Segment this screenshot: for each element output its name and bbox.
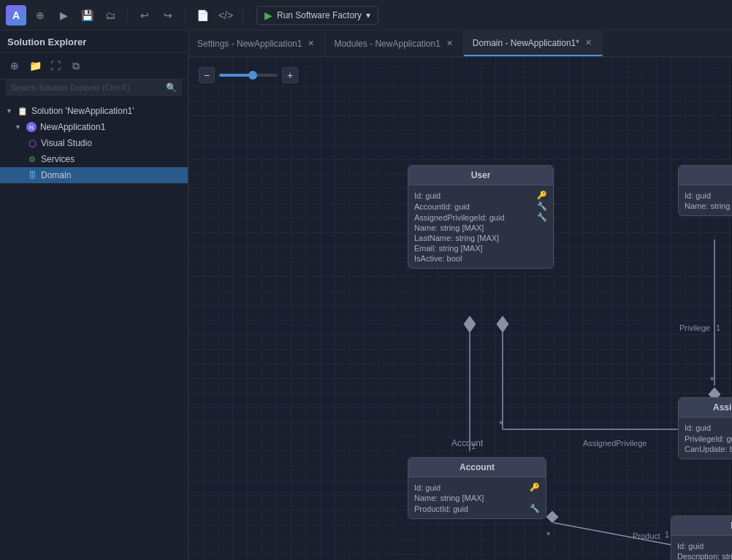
zoom-slider[interactable] — [219, 74, 278, 77]
tab-modules[interactable]: Modules - NewApplication1 ✕ — [325, 31, 463, 56]
entity-privilege-header: Privilege — [679, 166, 732, 185]
tab-domain-label: Domain - NewApplication1* — [473, 38, 579, 48]
field-acc-productid: ProductId: guid 🔧 — [414, 503, 540, 514]
field-user-id: Id: guid 🔑 — [414, 190, 547, 201]
redo-button[interactable]: ↪ — [159, 6, 178, 25]
svg-text:1: 1 — [716, 323, 720, 332]
tab-settings-close[interactable]: ✕ — [306, 37, 316, 50]
sidebar-actions: ⊕ 📁 ⛶ ⧉ — [0, 53, 188, 80]
entity-assignedprivilege-header: AssignedPrivilege — [679, 398, 732, 418]
search-input[interactable] — [11, 83, 163, 92]
entity-assignedprivilege[interactable]: AssignedPrivilege Id: guid 🔑 PrivilegeId… — [678, 397, 732, 459]
entity-account[interactable]: Account Id: guid 🔑 Name: string [MAX] Pr… — [408, 457, 546, 519]
solution-label: Solution 'NewApplication1' — [31, 106, 134, 116]
svg-text:Account: Account — [451, 438, 484, 448]
field-prod-desc: Description: string [MAX] — [677, 551, 732, 560]
svg-text:*: * — [546, 529, 551, 541]
app-icon: N — [26, 121, 37, 133]
field-ap-privilegeid: PrivilegeId: guid 🔧 — [685, 433, 732, 444]
app-logo: A — [6, 5, 26, 26]
field-prod-id: Id: guid 🔑 — [677, 540, 732, 551]
sync-button[interactable]: ⧉ — [67, 57, 85, 74]
domain-icon: 🗄 — [26, 169, 38, 181]
chevron-down-icon: ▼ — [15, 123, 21, 131]
svg-text:AssignedPrivilege: AssignedPrivilege — [583, 439, 647, 448]
field-user-email: Email: string [MAX] — [414, 243, 547, 253]
entity-privilege[interactable]: Privilege Id: guid 🔑 Name: string [MAX] — [678, 165, 732, 216]
svg-marker-16 — [546, 511, 558, 523]
svg-marker-5 — [497, 316, 508, 332]
search-button[interactable]: 🔍 — [166, 83, 177, 93]
separator-2 — [185, 7, 186, 23]
field-user-assignedprivilegeid: AssignedPrivilegeId: guid 🔧 — [414, 212, 547, 223]
open-folder-button[interactable]: 📁 — [26, 57, 44, 74]
separator-3 — [243, 7, 243, 23]
sidebar: Solution Explorer ⊕ 📁 ⛶ ⧉ 🔍 ▼ 📋 Solution… — [0, 31, 188, 560]
run-label: Run Software Factory — [277, 10, 362, 20]
entity-user-body: Id: guid 🔑 AccountId: guid 🔧 AssignedPri… — [408, 185, 553, 268]
entity-product-body: Id: guid 🔑 Description: string [MAX] IsA… — [671, 536, 732, 560]
run-icon: ▶ — [264, 9, 272, 21]
fk-icon: 🔧 — [530, 504, 540, 513]
tree-item-services[interactable]: ⚙ Services — [0, 151, 188, 167]
entity-account-body: Id: guid 🔑 Name: string [MAX] ProductId:… — [408, 477, 546, 518]
entity-user[interactable]: User Id: guid 🔑 AccountId: guid 🔧 Assign… — [408, 165, 554, 269]
tree-item-app[interactable]: ▼ N NewApplication1 — [0, 119, 188, 135]
undo-button[interactable]: ↩ — [135, 6, 154, 25]
solution-icon: 📋 — [17, 105, 28, 117]
services-label: Services — [41, 154, 75, 164]
key-icon: 🔑 — [537, 191, 547, 200]
entity-product[interactable]: Product Id: guid 🔑 Description: string [… — [671, 515, 732, 560]
search-box: 🔍 — [6, 80, 182, 96]
field-priv-id: Id: guid 🔑 — [685, 190, 732, 201]
fk-icon: 🔧 — [537, 202, 547, 211]
services-icon: ⚙ — [26, 153, 38, 165]
toolbar: A ⊕ ▶ 💾 🗂 ↩ ↪ 📄 </> ▶ Run Software Facto… — [0, 0, 732, 31]
zoom-slider-thumb — [248, 71, 257, 80]
chevron-down-icon: ▼ — [6, 107, 12, 115]
tab-settings[interactable]: Settings - NewApplication1 ✕ — [188, 31, 325, 56]
svg-text:*: * — [710, 375, 714, 386]
tab-domain-close[interactable]: ✕ — [584, 37, 593, 49]
save-all-button[interactable]: 🗂 — [101, 6, 120, 25]
save-button[interactable]: 💾 — [77, 6, 96, 25]
svg-line-15 — [554, 523, 671, 545]
tab-settings-label: Settings - NewApplication1 — [197, 39, 302, 49]
svg-text:Privilege: Privilege — [679, 323, 710, 332]
add-item-button[interactable]: ⊕ — [6, 57, 23, 74]
tab-modules-close[interactable]: ✕ — [445, 37, 454, 50]
solution-tree: ▼ 📋 Solution 'NewApplication1' ▼ N NewAp… — [0, 100, 188, 186]
forward-button[interactable]: ▶ — [54, 6, 73, 25]
zoom-out-button[interactable]: − — [199, 67, 215, 83]
app-label: NewApplication1 — [40, 122, 105, 132]
field-user-accountid: AccountId: guid 🔧 — [414, 201, 547, 212]
run-button[interactable]: ▶ Run Software Factory ▾ — [256, 6, 378, 25]
tabs-bar: Settings - NewApplication1 ✕ Modules - N… — [188, 31, 732, 57]
entity-user-header: User — [408, 166, 553, 185]
field-priv-name: Name: string [MAX] — [685, 201, 732, 211]
vs-label: Visual Studio — [41, 138, 92, 148]
tree-item-solution[interactable]: ▼ 📋 Solution 'NewApplication1' — [0, 103, 188, 119]
file-button[interactable]: 📄 — [193, 6, 212, 25]
sidebar-title: Solution Explorer — [0, 31, 188, 53]
tab-domain[interactable]: Domain - NewApplication1* ✕ — [464, 31, 603, 56]
field-acc-name: Name: string [MAX] — [414, 493, 540, 503]
tree-item-domain[interactable]: 🗄 Domain — [0, 167, 188, 183]
field-user-lastname: LastName: string [MAX] — [414, 233, 547, 243]
tree-item-vs[interactable]: ⬡ Visual Studio — [0, 135, 188, 151]
zoom-in-button[interactable]: + — [282, 67, 298, 83]
svg-text:Product: Product — [633, 532, 660, 540]
field-user-isactive: IsActive: bool — [414, 253, 547, 264]
diagram-canvas[interactable]: − + Account 1 AssignedPrivilege — [188, 57, 732, 560]
add-button[interactable]: ⊕ — [31, 6, 50, 25]
entity-account-header: Account — [408, 458, 546, 477]
field-ap-canupdate: CanUpdate: bool — [685, 444, 732, 454]
collapse-all-button[interactable]: ⛶ — [47, 57, 64, 74]
tab-modules-label: Modules - NewApplication1 — [334, 39, 440, 49]
run-dropdown-icon: ▾ — [366, 10, 370, 20]
vs-icon: ⬡ — [26, 137, 38, 149]
svg-text:1: 1 — [471, 442, 476, 450]
main-layout: Solution Explorer ⊕ 📁 ⛶ ⧉ 🔍 ▼ 📋 Solution… — [0, 31, 732, 560]
svg-text:*: * — [499, 418, 503, 430]
code-button[interactable]: </> — [216, 6, 235, 25]
